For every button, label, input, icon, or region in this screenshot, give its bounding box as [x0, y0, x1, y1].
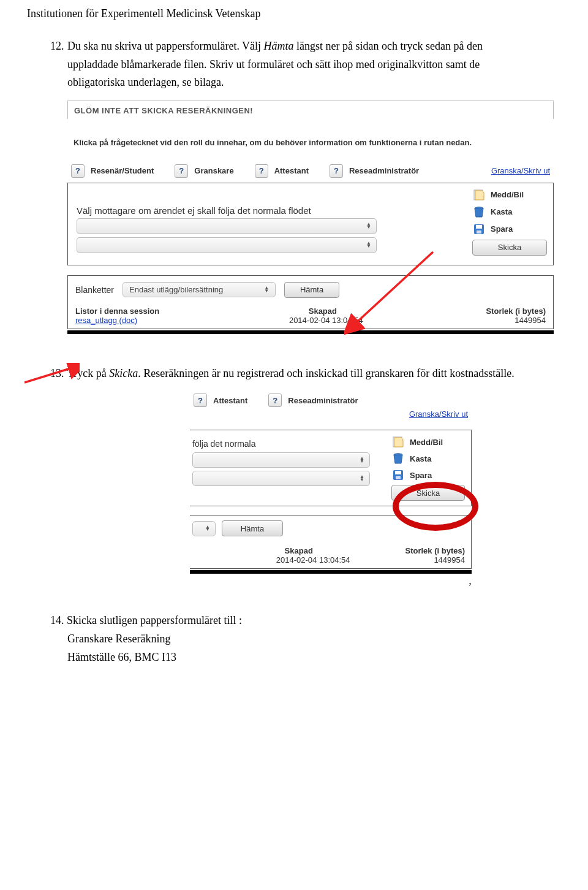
ss2-role-attestant: Attestant — [213, 396, 247, 405]
recipient-select-1[interactable]: ▲▼ — [77, 218, 377, 234]
ss2-col-skapad: Skapad — [285, 546, 313, 555]
recipient-select-2[interactable]: ▲▼ — [77, 237, 377, 253]
ss2-roles-row: ? Attestant ? Reseadministratör — [190, 391, 472, 409]
step-14-l2: Hämtställe 66, BMC I13 — [67, 648, 564, 667]
step-13-num: 13. — [50, 365, 67, 383]
svg-rect-3 — [476, 225, 482, 229]
recipient-panel: Välj mottagare om ärendet ej skall följa… — [67, 183, 554, 265]
ss2-role-reseadmin: Reseadministratör — [288, 396, 358, 405]
note-icon — [391, 435, 405, 449]
save-icon — [391, 468, 405, 482]
session-bytes: 1449954 — [514, 316, 546, 325]
ss2-action-spara[interactable]: Spara — [391, 468, 465, 482]
step-14-num: 14. — [50, 614, 64, 626]
step-13-body: Tryck på Skicka. Reseräkningen är nu reg… — [67, 365, 527, 383]
ss2-bytes: 1449954 — [434, 555, 465, 565]
ss2-action-medd[interactable]: Medd/Bil — [391, 435, 465, 449]
step-12-body: Du ska nu skriva ut pappersformuläret. V… — [67, 37, 527, 92]
ss2-skicka-button[interactable]: Skicka — [391, 485, 465, 501]
role-resenar: Resenär/Student — [91, 166, 154, 175]
hamta-button[interactable]: Hämta — [284, 282, 339, 298]
recipient-label: Välj mottagare om ärendet ej skall följa… — [77, 205, 458, 216]
step-13-t2: . Reseräkningen är nu registrerad och in… — [138, 367, 514, 379]
action-kasta[interactable]: Kasta — [472, 205, 547, 219]
trash-icon — [391, 452, 405, 465]
ss2-select-2[interactable]: ▲▼ — [192, 471, 370, 486]
session-file-link[interactable]: resa_utlagg (doc) — [75, 316, 137, 325]
step-12-t1: Du ska nu skriva ut pappersformuläret. V… — [67, 40, 264, 52]
step-14-l1: Granskare Reseräkning — [67, 630, 564, 648]
ss2-action-kasta[interactable]: Kasta — [391, 452, 465, 465]
ss2-blank-select-stub[interactable]: ▲▼ — [192, 521, 216, 536]
ss2-recipient-panel: följa det normala ▲▼ ▲▼ Medd/Bil Kasta S… — [190, 430, 472, 506]
action-spara[interactable]: Spara — [472, 222, 547, 236]
roles-row: ? Resenär/Student ? Granskare ? Attestan… — [67, 164, 554, 178]
role-reseadmin: Reseadministratör — [349, 166, 419, 175]
ss2-granska-link[interactable]: Granska/Skriv ut — [409, 409, 468, 419]
ss2-help-2[interactable]: ? — [268, 394, 282, 407]
ss2-help-1[interactable]: ? — [194, 394, 207, 407]
ss2-kasta-label: Kasta — [410, 454, 431, 463]
session-date: 2014-02-04 13:04:54 — [289, 316, 363, 325]
col-skapad: Skapad — [309, 306, 337, 316]
col-listor: Listor i denna session — [75, 306, 159, 316]
svg-rect-10 — [395, 471, 401, 474]
ss2-hamta-button[interactable]: Hämta — [222, 520, 283, 536]
step-13: 13. Tryck på Skicka. Reseräkningen är nu… — [50, 365, 527, 383]
step-13-skicka: Skicka — [109, 367, 138, 379]
note-icon — [472, 188, 486, 202]
page-header: Institutionen för Experimentell Medicins… — [27, 7, 564, 20]
role-granskare: Granskare — [194, 166, 233, 175]
blanketter-panel: Blanketter Endast utlägg/bilersättning ▲… — [67, 275, 554, 329]
info-text: Klicka på frågetecknet vid den roll du i… — [67, 119, 554, 153]
blanketter-value: Endast utlägg/bilersättning — [129, 285, 223, 294]
blanketter-label: Blanketter — [75, 285, 114, 295]
ss2-blanketter-panel: ▲▼ Hämta Skapad Storlek (i bytes) 2014-0… — [190, 515, 472, 569]
divider-bar — [67, 330, 554, 334]
step-14: 14. Skicka slutligen pappersformuläret t… — [50, 612, 564, 630]
reminder-banner: GLÖM INTE ATT SKICKA RESERÄKNINGEN! — [67, 101, 554, 119]
help-button-4[interactable]: ? — [330, 164, 343, 178]
ss2-recipient-label: följa det normala — [192, 439, 379, 449]
save-icon — [472, 222, 486, 236]
role-attestant: Attestant — [274, 166, 309, 175]
help-button-1[interactable]: ? — [71, 164, 85, 178]
action-medd[interactable]: Medd/Bil — [472, 188, 547, 202]
screenshot-1: GLÖM INTE ATT SKICKA RESERÄKNINGEN! Klic… — [67, 101, 554, 337]
ss2-medd-label: Medd/Bil — [410, 438, 443, 447]
col-storlek: Storlek (i bytes) — [486, 306, 546, 316]
step-12-num: 12. — [50, 37, 67, 92]
step-12: 12. Du ska nu skriva ut pappersformuläre… — [50, 37, 527, 92]
ss2-spara-label: Spara — [410, 471, 432, 480]
svg-rect-4 — [477, 230, 481, 234]
ss2-select-1[interactable]: ▲▼ — [192, 452, 370, 468]
help-button-2[interactable]: ? — [175, 164, 188, 178]
step-13-t1: Tryck på — [67, 367, 109, 379]
trash-icon — [472, 205, 486, 219]
action-kasta-label: Kasta — [491, 207, 512, 216]
step-14-text: Skicka slutligen pappersformuläret till … — [67, 614, 242, 626]
ss2-col-storlek: Storlek (i bytes) — [405, 546, 465, 555]
granska-skriv-ut-link[interactable]: Granska/Skriv ut — [491, 166, 550, 175]
trailing-comma: , — [469, 574, 472, 587]
skicka-button[interactable]: Skicka — [472, 240, 547, 256]
ss2-date: 2014-02-04 13:04:54 — [276, 555, 350, 565]
action-spara-label: Spara — [491, 224, 513, 234]
step-12-hamta: Hämta — [264, 40, 294, 52]
svg-rect-11 — [396, 476, 401, 479]
blanketter-select[interactable]: Endast utlägg/bilersättning ▲▼ — [123, 282, 276, 297]
action-medd-label: Medd/Bil — [491, 190, 524, 199]
screenshot-2: ? Attestant ? Reseadministratör Granska/… — [190, 391, 472, 587]
help-button-3[interactable]: ? — [255, 164, 268, 178]
